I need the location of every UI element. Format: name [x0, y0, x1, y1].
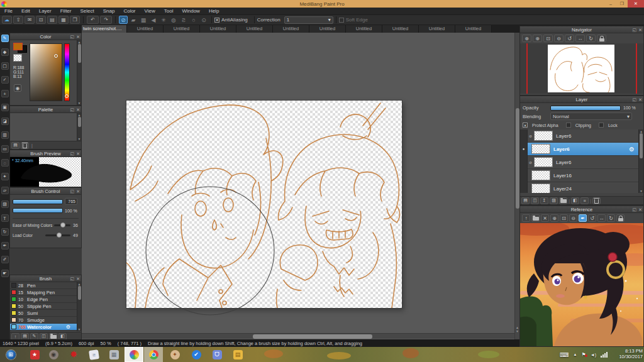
scroll-thumb[interactable]: [78, 117, 81, 127]
magic-wand-tool-icon[interactable]: ✦: [1, 173, 9, 180]
window-layout-icon[interactable]: ❐: [70, 16, 80, 24]
popout-icon[interactable]: ◱: [633, 207, 637, 212]
menu-window[interactable]: Window: [177, 8, 204, 15]
maximize-button[interactable]: ❐: [616, 0, 628, 8]
snap-parallel-icon[interactable]: ▰: [129, 16, 138, 24]
blending-select[interactable]: Normal ▾: [550, 112, 632, 120]
ref-eyedropper-icon[interactable]: ✒: [579, 214, 587, 222]
select-pen-tool-icon[interactable]: ✓: [1, 76, 9, 84]
tab-untitled-7[interactable]: Untitled: [346, 25, 382, 33]
ref-zoom-in-icon[interactable]: ⊕: [550, 214, 558, 222]
close-icon[interactable]: ✕: [638, 97, 642, 102]
popout-icon[interactable]: ◱: [70, 107, 75, 112]
app-chrome[interactable]: [144, 347, 163, 362]
close-icon[interactable]: ✕: [638, 28, 642, 33]
eraser-tool-icon[interactable]: ◆: [1, 48, 9, 56]
close-icon[interactable]: ✕: [638, 207, 642, 212]
titlebar[interactable]: MediBang Paint Pro – ❐ ✕: [0, 0, 644, 8]
eyedropper-tool-icon[interactable]: ✒: [1, 242, 9, 250]
canvas-h-scrollbar[interactable]: [82, 333, 514, 339]
brush-item-pen[interactable]: 28Pen: [10, 282, 77, 289]
color-panel-header[interactable]: Color ◱✕: [10, 33, 81, 40]
brush-item-sumi[interactable]: 50Sumi: [10, 310, 77, 317]
cloud-upload-icon[interactable]: ↑: [11, 333, 19, 340]
brush-opacity-slider[interactable]: [13, 208, 63, 213]
app-palette[interactable]: ✦: [165, 347, 184, 362]
ref-folder-icon[interactable]: [531, 214, 540, 222]
brush-preview-header[interactable]: Brush Preview ◱✕: [10, 150, 81, 157]
canvas[interactable]: [126, 101, 402, 308]
correction-select[interactable]: 1 ▾: [284, 16, 333, 24]
menu-layer[interactable]: Layer: [35, 8, 56, 15]
merge-layer-icon[interactable]: ≡: [580, 197, 589, 204]
text-tool-icon[interactable]: T: [1, 214, 9, 222]
ref-upload-icon[interactable]: ↑: [522, 214, 530, 222]
snap-radial-icon[interactable]: ✳: [159, 16, 168, 24]
brush-size-slider[interactable]: [13, 199, 63, 204]
h-scroll-thumb[interactable]: [253, 334, 372, 339]
canvas-v-scrollbar[interactable]: ▲▼: [514, 33, 519, 339]
popout-icon[interactable]: ◱: [633, 97, 637, 102]
protect-alpha-checkbox[interactable]: ✕: [523, 123, 528, 128]
transfer-layer-icon[interactable]: ↥: [540, 197, 548, 204]
keyboard-icon[interactable]: ⌨: [560, 351, 569, 358]
material-icon[interactable]: ▦: [58, 16, 69, 24]
trash-icon[interactable]: [21, 142, 29, 149]
gradient-tool-icon[interactable]: ▥: [1, 131, 9, 139]
pattern-layer-icon[interactable]: ▨: [550, 197, 558, 204]
copy-layer-icon[interactable]: ◫: [531, 197, 539, 204]
close-icon[interactable]: ✕: [76, 107, 80, 112]
shape-edit-tool-icon[interactable]: ▱: [1, 187, 9, 194]
tab-untitled-3[interactable]: Untitled: [200, 25, 236, 33]
opacity-slider[interactable]: [550, 106, 621, 111]
publish-icon[interactable]: ⇧: [13, 16, 23, 24]
duplicate-brush-icon[interactable]: ◧: [58, 333, 67, 340]
rotate-left-icon[interactable]: ↺: [565, 35, 574, 42]
app-medibang-active[interactable]: [125, 347, 143, 362]
draft-pen-tool-icon[interactable]: ✐: [1, 256, 9, 263]
navigator-thumbnail[interactable]: [548, 45, 614, 92]
layer-row-4[interactable]: Layer16: [520, 169, 638, 182]
tab-untitled-2[interactable]: Untitled: [164, 25, 200, 33]
popout-icon[interactable]: ◱: [70, 189, 75, 194]
ref-rotate-left-icon[interactable]: ↺: [588, 214, 596, 222]
rotate-right-icon[interactable]: ↻: [586, 35, 596, 42]
move-tool-icon[interactable]: +: [1, 90, 9, 97]
fit-screen-icon[interactable]: ⊡: [543, 35, 553, 42]
ref-zoom-out-icon[interactable]: ⊖: [569, 214, 577, 222]
rotate-view-tool-icon[interactable]: ↻: [1, 228, 9, 236]
menu-file[interactable]: File: [0, 8, 17, 15]
popout-icon[interactable]: ◱: [633, 28, 637, 33]
brush-menu-icon[interactable]: ✎: [30, 333, 38, 340]
layer-panel-header[interactable]: Layer ◱✕: [520, 96, 643, 103]
brush-control-header[interactable]: Brush Control ◱✕: [10, 188, 81, 195]
brush-item-smudge[interactable]: 70Smudge: [10, 317, 77, 324]
brush-panel-header[interactable]: Brush ◱✕: [10, 275, 81, 282]
color-panel-scrollbar[interactable]: ▲ ▼: [77, 40, 81, 105]
hand-tool-icon[interactable]: ☛: [1, 270, 9, 277]
popout-icon[interactable]: ◱: [70, 151, 75, 156]
new-layer-icon[interactable]: ▤: [521, 197, 530, 204]
load-color-slider[interactable]: [45, 234, 70, 236]
menu-color[interactable]: Color: [119, 8, 140, 15]
scroll-thumb[interactable]: [78, 286, 81, 300]
app-file-cabinet[interactable]: ▤: [228, 347, 247, 362]
tab-untitled-1[interactable]: Untitled: [127, 25, 164, 33]
snap-vanishing-icon[interactable]: ◀: [149, 16, 158, 24]
layer-row-3[interactable]: ⊘Layer6: [520, 156, 638, 169]
start-button[interactable]: ⊞: [1, 347, 20, 362]
comment-icon[interactable]: ✉: [25, 16, 35, 24]
tab-untitled-6[interactable]: Untitled: [309, 25, 346, 33]
app-gimp[interactable]: ◉: [44, 347, 63, 362]
app-discord[interactable]: ᗜ: [208, 347, 226, 362]
display-icon[interactable]: ⊡: [36, 16, 46, 24]
app-paint-splat[interactable]: ✸: [64, 347, 83, 362]
popout-icon[interactable]: ◱: [70, 277, 75, 282]
flip-horizontal-icon[interactable]: ↔: [575, 35, 585, 42]
redo-button[interactable]: ↷: [100, 16, 112, 24]
layer-row-2-selected[interactable]: ●Layer6⚙: [520, 143, 638, 156]
antialiasing-checkbox[interactable]: ✕: [214, 18, 219, 23]
transparent-swatch[interactable]: [13, 54, 22, 62]
menu-filter[interactable]: Filter: [56, 8, 76, 15]
brush-list-scrollbar[interactable]: ▲ ▼: [77, 282, 81, 331]
